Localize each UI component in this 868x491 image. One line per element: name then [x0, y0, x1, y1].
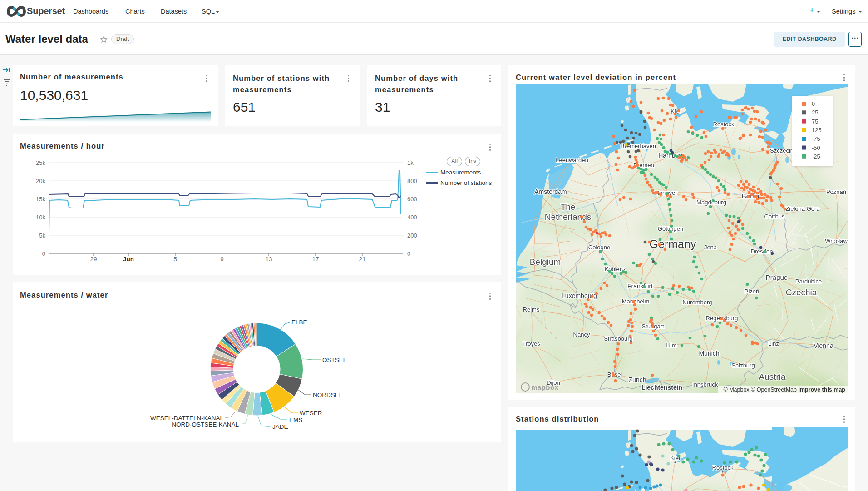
svg-text:EMS: EMS	[289, 417, 302, 423]
svg-text:Liechtenstein: Liechtenstein	[641, 384, 682, 391]
svg-text:-75: -75	[812, 135, 820, 142]
svg-text:NORD-OSTSEE-KANAL: NORD-OSTSEE-KANAL	[172, 421, 239, 428]
svg-text:Munich: Munich	[699, 350, 719, 357]
svg-text:-50: -50	[812, 144, 820, 151]
svg-text:JADE: JADE	[272, 423, 288, 430]
svg-text:Pardubice: Pardubice	[795, 278, 822, 285]
svg-text:Amsterdam: Amsterdam	[534, 188, 567, 195]
svg-text:Rostock: Rostock	[712, 464, 734, 471]
svg-text:Dresden: Dresden	[750, 248, 773, 255]
svg-text:Nancy: Nancy	[573, 331, 590, 338]
svg-text:mapbox: mapbox	[531, 383, 559, 391]
svg-text:Vienna: Vienna	[814, 342, 833, 349]
svg-text:Ulm: Ulm	[666, 342, 676, 349]
svg-text:Jena: Jena	[704, 244, 717, 251]
svg-text:Poznań: Poznań	[826, 188, 846, 195]
svg-text:Salzburg: Salzburg	[731, 362, 755, 369]
svg-text:Plzeň: Plzeň	[745, 288, 760, 295]
svg-text:Rostock: Rostock	[713, 121, 735, 128]
svg-text:Magdeburg: Magdeburg	[696, 199, 726, 206]
svg-text:The: The	[561, 202, 576, 212]
svg-text:Germany: Germany	[650, 238, 696, 250]
svg-text:ELBE: ELBE	[291, 319, 307, 326]
svg-text:Innsbruck: Innsbruck	[692, 381, 718, 388]
svg-text:Zielona Góra: Zielona Góra	[785, 205, 820, 212]
svg-text:Cologne: Cologne	[588, 244, 610, 251]
svg-text:Zurich: Zurich	[629, 376, 646, 383]
svg-text:Troyes: Troyes	[522, 340, 540, 347]
svg-text:© Mapbox © OpenStreetMap Impro: © Mapbox © OpenStreetMap Improve this ma…	[723, 387, 845, 393]
svg-text:Szczecin: Szczecin	[770, 147, 794, 154]
svg-text:Strasbourg: Strasbourg	[604, 335, 633, 342]
svg-text:Reims: Reims	[523, 306, 540, 313]
svg-text:WESEL-DATTELN-KANAL: WESEL-DATTELN-KANAL	[150, 415, 224, 422]
svg-text:Nuremberg: Nuremberg	[682, 299, 712, 306]
svg-text:75: 75	[812, 118, 818, 125]
svg-text:0: 0	[812, 100, 815, 107]
svg-text:Wrocław: Wrocław	[825, 238, 848, 244]
svg-text:25: 25	[812, 109, 818, 116]
svg-text:NORDSEE: NORDSEE	[313, 392, 343, 398]
svg-text:125: 125	[812, 127, 822, 134]
svg-text:WESER: WESER	[300, 410, 322, 417]
svg-text:Austria: Austria	[759, 372, 786, 382]
svg-text:-25: -25	[812, 153, 820, 160]
svg-text:Czechia: Czechia	[786, 288, 817, 297]
svg-text:Linz: Linz	[768, 340, 779, 347]
svg-text:Cottbus: Cottbus	[764, 213, 785, 220]
svg-text:Belgium: Belgium	[530, 257, 561, 267]
svg-text:Leeuwarden: Leeuwarden	[556, 157, 588, 164]
svg-text:Prague: Prague	[766, 273, 788, 281]
svg-text:OSTSEE: OSTSEE	[322, 357, 347, 363]
